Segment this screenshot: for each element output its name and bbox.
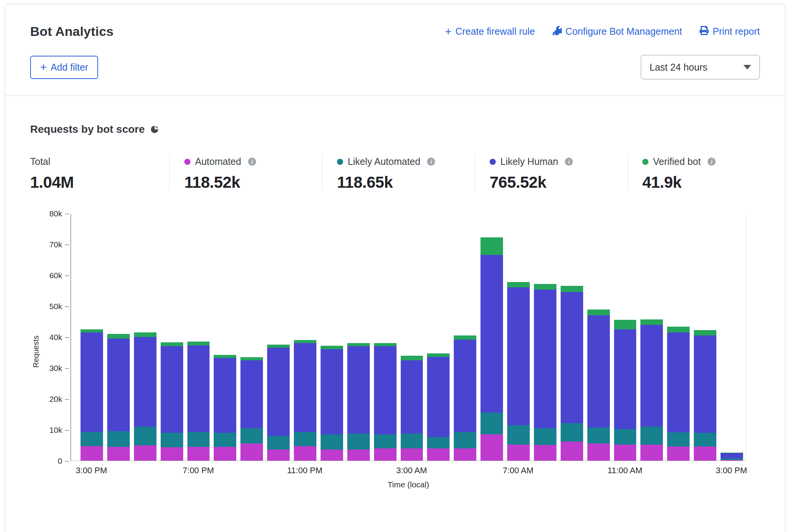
x-tick-label: 7:00 PM (183, 466, 214, 476)
bar-8[interactable] (294, 340, 316, 461)
plot-area (71, 214, 746, 461)
bar-segment-automated (134, 445, 156, 461)
chevron-down-icon (743, 65, 751, 69)
bar-segment-automated (480, 434, 503, 461)
bar-segment-likely-automated (187, 432, 210, 447)
bar-segment-automated (667, 447, 690, 461)
stat-total-label: Total (30, 156, 50, 167)
bar-segment-automated (267, 450, 290, 461)
stat-total: Total 1.04M (30, 155, 169, 192)
bar-segment-likely-human (214, 358, 236, 433)
bar-segment-likely-automated (534, 428, 556, 445)
stat-likely-automated-label: Likely Automated (348, 156, 420, 167)
bar-20[interactable] (614, 320, 637, 461)
bar-segment-automated (587, 443, 610, 461)
bar-24[interactable] (721, 453, 743, 461)
likely-human-legend-dot (490, 159, 496, 165)
info-icon[interactable]: i (248, 158, 256, 166)
bar-segment-verified-bot (640, 319, 663, 325)
bar-segment-automated (401, 448, 423, 461)
bar-segment-verified-bot (294, 340, 316, 343)
bar-4[interactable] (187, 342, 210, 461)
info-icon[interactable]: i (565, 158, 573, 166)
bar-segment-likely-automated (240, 428, 263, 444)
bar-12[interactable] (401, 356, 423, 461)
bar-segment-likely-human (614, 329, 637, 429)
time-range-dropdown[interactable]: Last 24 hours (641, 55, 760, 79)
bar-segment-likely-human (267, 348, 290, 436)
bar-segment-automated (81, 446, 103, 461)
bar-5[interactable] (214, 355, 236, 461)
bar-segment-likely-human (401, 360, 423, 434)
stat-automated: Automated i 118.52k (169, 155, 322, 192)
bar-7[interactable] (267, 345, 290, 461)
bar-segment-likely-automated (134, 427, 156, 445)
bar-14[interactable] (454, 335, 476, 461)
bar-23[interactable] (694, 330, 716, 461)
bar-16[interactable] (507, 282, 530, 461)
bar-segment-likely-human (347, 346, 370, 433)
bar-segment-automated (427, 448, 450, 461)
bar-segment-likely-automated (587, 427, 610, 443)
bar-segment-likely-human (374, 346, 397, 434)
bar-segment-likely-automated (561, 423, 583, 442)
x-axis-ticks: 3:00 PM7:00 PM11:00 PM3:00 AM7:00 AM11:0… (71, 466, 746, 479)
y-tick-label: 80k (42, 210, 71, 218)
x-tick-label: 7:00 AM (503, 466, 534, 476)
bar-9[interactable] (321, 346, 343, 461)
bar-segment-likely-human (694, 335, 716, 433)
bar-segment-automated (534, 445, 556, 461)
bar-segment-verified-bot (81, 329, 103, 332)
time-range-value: Last 24 hours (650, 62, 708, 73)
info-icon[interactable]: i (427, 158, 435, 166)
bar-segment-verified-bot (401, 356, 423, 360)
bar-segment-verified-bot (507, 282, 530, 288)
bar-segment-likely-automated (694, 433, 716, 447)
bar-segment-verified-bot (321, 346, 343, 350)
chart-section: Requests by bot score Total 1.04M Automa… (5, 96, 785, 489)
add-filter-button[interactable]: + Add filter (30, 56, 98, 79)
bar-segment-likely-automated (667, 432, 690, 446)
stat-likely-automated: Likely Automated i 118.65k (322, 155, 475, 192)
bar-10[interactable] (347, 343, 370, 461)
bar-segment-likely-human (134, 337, 156, 427)
bar-segment-verified-bot (374, 343, 397, 346)
y-tick-label: 30k (42, 364, 71, 372)
bar-segment-likely-automated (480, 413, 503, 434)
bar-15[interactable] (480, 237, 503, 461)
bar-11[interactable] (374, 343, 397, 461)
create-firewall-rule-link[interactable]: + Create firewall rule (445, 26, 535, 37)
bar-13[interactable] (427, 353, 450, 461)
bar-1[interactable] (107, 334, 130, 461)
bar-segment-likely-human (561, 292, 583, 423)
bar-segment-verified-bot (240, 357, 263, 360)
bar-segment-automated (640, 445, 663, 461)
bar-segment-likely-human (721, 453, 743, 459)
pie-chart-icon (150, 125, 159, 134)
info-icon[interactable]: i (708, 158, 716, 166)
bar-2[interactable] (134, 332, 156, 461)
print-report-link[interactable]: Print report (700, 26, 760, 37)
configure-bot-management-link[interactable]: Configure Bot Management (553, 26, 682, 37)
bar-0[interactable] (81, 329, 103, 461)
bar-segment-verified-bot (187, 342, 210, 345)
stat-likely-human: Likely Human i 765.52k (475, 155, 627, 192)
bar-3[interactable] (161, 342, 183, 461)
bar-17[interactable] (534, 284, 556, 461)
bar-segment-likely-human (454, 340, 476, 432)
bar-segment-verified-bot (347, 343, 370, 346)
bar-21[interactable] (640, 319, 663, 461)
bar-segment-likely-human (587, 315, 610, 427)
bar-segment-likely-human (81, 332, 103, 432)
bar-6[interactable] (240, 357, 263, 461)
bar-22[interactable] (667, 327, 690, 461)
bar-19[interactable] (587, 310, 610, 461)
y-tick-label: 70k (42, 240, 71, 249)
bar-segment-automated (454, 448, 476, 461)
bar-18[interactable] (561, 286, 583, 461)
page-title: Bot Analytics (30, 24, 114, 39)
bar-segment-automated (347, 450, 370, 461)
x-tick-label: 3:00 PM (76, 466, 107, 476)
bar-segment-likely-human (187, 345, 210, 432)
stat-likely-human-label: Likely Human (500, 156, 558, 167)
